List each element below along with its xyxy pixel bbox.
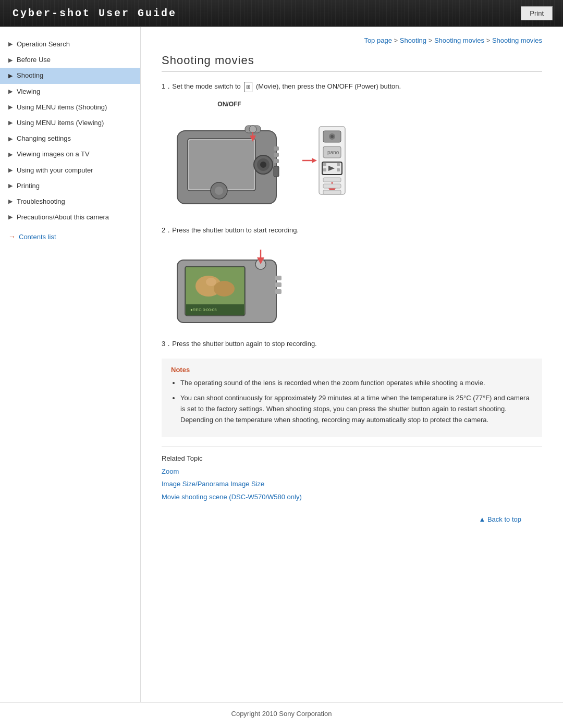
svg-rect-25 bbox=[323, 168, 326, 171]
svg-rect-2 bbox=[189, 140, 254, 189]
svg-rect-31 bbox=[323, 178, 341, 182]
related-link-movie-scene[interactable]: Movie shooting scene (DSC-W570/W580 only… bbox=[162, 492, 542, 503]
sidebar-arrow-icon: ▶ bbox=[8, 119, 14, 127]
sidebar-arrow-icon: ▶ bbox=[8, 198, 14, 205]
back-to-top-row: ▲ Back to top bbox=[162, 505, 542, 528]
svg-rect-27 bbox=[337, 168, 340, 171]
svg-point-7 bbox=[249, 126, 256, 133]
svg-rect-24 bbox=[323, 163, 326, 166]
related-link-zoom[interactable]: Zoom bbox=[162, 466, 542, 477]
sidebar-item-label: Using with your computer bbox=[17, 166, 93, 175]
breadcrumb-shooting[interactable]: Shooting bbox=[400, 36, 426, 44]
sidebar-item-10[interactable]: ▶Troubleshooting bbox=[0, 194, 140, 209]
page-title: Shooting movies bbox=[162, 54, 542, 72]
sidebar-item-label: Precautions/About this camera bbox=[17, 213, 109, 222]
svg-rect-13 bbox=[274, 159, 279, 163]
svg-marker-16 bbox=[312, 158, 317, 163]
copyright-text: Copyright 2010 Sony Corporation bbox=[231, 710, 332, 718]
sidebar-item-7[interactable]: ▶Viewing images on a TV bbox=[0, 146, 140, 162]
step-2: 2．Press the shutter button to start reco… bbox=[162, 225, 542, 236]
step-3-text: 3．Press the shutter button again to stop… bbox=[162, 340, 317, 348]
contents-list-link[interactable]: → Contents list bbox=[0, 227, 140, 246]
sidebar-item-5[interactable]: ▶Using MENU items (Viewing) bbox=[0, 115, 140, 131]
shutter-svg: ●REC 0:00:05 bbox=[172, 244, 292, 328]
svg-text:pano: pano bbox=[327, 150, 339, 155]
svg-rect-14 bbox=[274, 166, 279, 177]
page-footer: Copyright 2010 Sony Corporation bbox=[0, 702, 563, 725]
sidebar-item-label: Troubleshooting bbox=[17, 197, 65, 206]
back-to-top-link[interactable]: ▲ Back to top bbox=[479, 515, 521, 523]
svg-rect-26 bbox=[337, 163, 340, 166]
sidebar-arrow-icon: ▶ bbox=[8, 72, 14, 80]
sidebar-item-label: Viewing bbox=[17, 87, 40, 96]
content-area: Top page > Shooting > Shooting movies > … bbox=[141, 27, 563, 702]
breadcrumb-top-page[interactable]: Top page bbox=[364, 36, 392, 44]
sidebar-arrow-icon: ▶ bbox=[8, 213, 14, 221]
step-3: 3．Press the shutter button again to stop… bbox=[162, 339, 542, 350]
note-item-2: You can shoot continuously for approxima… bbox=[180, 393, 533, 425]
sidebar-arrow-icon: ▶ bbox=[8, 40, 14, 48]
svg-rect-47 bbox=[275, 289, 282, 294]
svg-rect-32 bbox=[323, 184, 341, 188]
sidebar-item-label: Viewing images on a TV bbox=[17, 150, 90, 159]
sidebar: ▶Operation Search▶Before Use▶Shooting▶Vi… bbox=[0, 27, 141, 702]
sidebar-item-8[interactable]: ▶Using with your computer bbox=[0, 163, 140, 178]
sidebar-item-9[interactable]: ▶Printing bbox=[0, 178, 140, 194]
sidebar-item-label: Shooting bbox=[17, 71, 43, 80]
svg-point-39 bbox=[206, 278, 216, 286]
notes-box: Notes The operating sound of the lens is… bbox=[162, 359, 542, 437]
shutter-illustration: ●REC 0:00:05 bbox=[172, 244, 542, 329]
camera-svg bbox=[172, 110, 287, 214]
print-button[interactable]: Print bbox=[521, 6, 553, 20]
sidebar-arrow-icon: ▶ bbox=[8, 88, 14, 95]
svg-text:●REC  0:00:05: ●REC 0:00:05 bbox=[190, 307, 217, 312]
sidebar-item-label: Using MENU items (Viewing) bbox=[17, 118, 104, 128]
page-number: 40 bbox=[0, 725, 563, 728]
sidebar-item-6[interactable]: ▶Changing settings bbox=[0, 131, 140, 146]
step-1-text: 1．Set the mode switch to ⊞ (Movie), then… bbox=[162, 82, 401, 90]
sidebar-item-11[interactable]: ▶Precautions/About this camera bbox=[0, 209, 140, 225]
sidebar-item-label: Changing settings bbox=[17, 134, 71, 143]
breadcrumb-shooting-movies-1[interactable]: Shooting movies bbox=[434, 36, 484, 44]
breadcrumb-shooting-movies-2[interactable]: Shooting movies bbox=[492, 36, 542, 44]
note-item-1: The operating sound of the lens is recor… bbox=[180, 378, 533, 389]
contents-arrow-icon: → bbox=[8, 232, 16, 241]
step-2-text: 2．Press the shutter button to start reco… bbox=[162, 226, 299, 234]
sidebar-arrow-icon: ▶ bbox=[8, 182, 14, 190]
breadcrumb: Top page > Shooting > Shooting movies > … bbox=[162, 36, 542, 44]
camera-diagram: ON/OFF bbox=[172, 101, 542, 216]
sidebar-arrow-icon: ▶ bbox=[8, 166, 14, 174]
related-link-image-size[interactable]: Image Size/Panorama Image Size bbox=[162, 479, 542, 490]
sidebar-item-label: Before Use bbox=[17, 55, 51, 65]
svg-rect-45 bbox=[275, 276, 282, 280]
sidebar-item-1[interactable]: ▶Before Use bbox=[0, 52, 140, 68]
mode-selector-svg: pano bbox=[302, 121, 354, 200]
sidebar-item-2[interactable]: ▶Shooting bbox=[0, 68, 140, 83]
svg-rect-12 bbox=[274, 153, 279, 157]
mode-panel-illustration: pano bbox=[302, 121, 354, 201]
related-topic-title: Related Topic bbox=[162, 454, 542, 462]
sidebar-item-label: Printing bbox=[17, 181, 40, 191]
camera-body-illustration: ON/OFF bbox=[172, 101, 287, 216]
sidebar-item-label: Operation Search bbox=[17, 40, 70, 49]
sidebar-arrow-icon: ▶ bbox=[8, 103, 14, 111]
svg-point-10 bbox=[215, 187, 223, 195]
notes-list: The operating sound of the lens is recor… bbox=[171, 378, 533, 425]
svg-rect-33 bbox=[323, 190, 341, 194]
sidebar-arrow-icon: ▶ bbox=[8, 151, 14, 158]
sidebar-item-3[interactable]: ▶Viewing bbox=[0, 84, 140, 100]
svg-point-5 bbox=[260, 162, 266, 168]
app-title: Cyber-shot User Guide bbox=[0, 7, 177, 19]
svg-point-20 bbox=[331, 135, 334, 138]
step-1: 1．Set the mode switch to ⊞ (Movie), then… bbox=[162, 81, 542, 92]
related-topic-section: Related Topic Zoom Image Size/Panorama I… bbox=[162, 447, 542, 503]
sidebar-arrow-icon: ▶ bbox=[8, 135, 14, 143]
sidebar-item-4[interactable]: ▶Using MENU items (Shooting) bbox=[0, 100, 140, 115]
contents-list-label: Contents list bbox=[19, 233, 56, 241]
svg-rect-11 bbox=[274, 146, 279, 151]
main-layout: ▶Operation Search▶Before Use▶Shooting▶Vi… bbox=[0, 27, 563, 702]
sidebar-item-0[interactable]: ▶Operation Search bbox=[0, 36, 140, 52]
svg-point-38 bbox=[214, 281, 235, 297]
notes-title: Notes bbox=[171, 366, 533, 374]
page-header: Cyber-shot User Guide Print bbox=[0, 0, 563, 27]
